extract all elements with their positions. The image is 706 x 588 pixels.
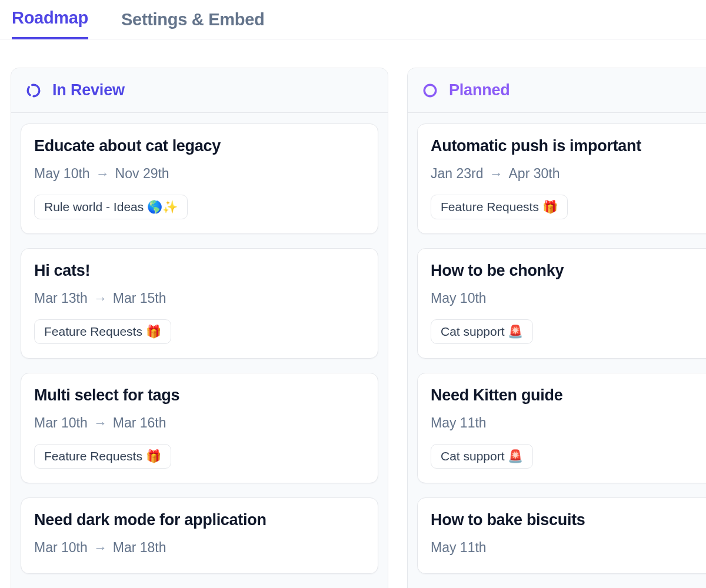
tag-label: Feature Requests 🎁: [441, 200, 558, 214]
card-end-date: Mar 15th: [113, 290, 166, 306]
card-end-date: Nov 29th: [115, 166, 169, 182]
column-header: Planned: [408, 68, 706, 113]
card-dates: May 11th: [431, 540, 706, 556]
tag-label: Feature Requests 🎁: [44, 449, 161, 463]
cards-list: Educate about cat legacy May 10th → Nov …: [11, 113, 388, 588]
arrow-icon: →: [94, 290, 107, 306]
svg-point-1: [424, 85, 436, 96]
card-dates: May 10th → Nov 29th: [34, 166, 365, 182]
card-dates: Mar 13th → Mar 15th: [34, 290, 365, 306]
arrow-icon: →: [94, 540, 107, 556]
card-dates: May 11th: [431, 415, 706, 431]
card-start-date: Mar 10th: [34, 415, 88, 431]
roadmap-board: In Review Educate about cat legacy May 1…: [0, 39, 706, 588]
roadmap-card[interactable]: How to bake biscuits May 11th: [417, 497, 706, 574]
tab-settings-embed[interactable]: Settings & Embed: [121, 10, 264, 39]
roadmap-card[interactable]: Need Kitten guide May 11th Cat support 🚨: [417, 373, 706, 483]
svg-point-0: [28, 85, 39, 96]
arrow-icon: →: [96, 166, 109, 182]
arrow-icon: →: [489, 166, 503, 182]
column-planned: Planned Automatic push is important Jan …: [407, 68, 706, 588]
tag-chip[interactable]: Feature Requests 🎁: [34, 319, 171, 344]
column-header: In Review: [11, 68, 388, 113]
status-in-review-icon: [25, 82, 42, 99]
cards-list: Automatic push is important Jan 23rd → A…: [408, 113, 706, 588]
roadmap-card[interactable]: Multi select for tags Mar 10th → Mar 16t…: [21, 373, 378, 483]
card-start-date: Jan 23rd: [431, 166, 484, 182]
card-end-date: Mar 18th: [113, 540, 166, 556]
card-start-date: May 10th: [431, 290, 487, 306]
roadmap-card[interactable]: Educate about cat legacy May 10th → Nov …: [21, 123, 378, 234]
card-start-date: Mar 10th: [34, 540, 88, 556]
roadmap-card[interactable]: Need dark mode for application Mar 10th …: [21, 497, 378, 574]
tag-label: Cat support 🚨: [441, 449, 523, 463]
card-title: Educate about cat legacy: [34, 137, 365, 155]
card-start-date: May 11th: [431, 540, 487, 556]
card-start-date: May 11th: [431, 415, 487, 431]
card-start-date: May 10th: [34, 166, 90, 182]
tag-chip[interactable]: Cat support 🚨: [431, 319, 533, 344]
roadmap-card[interactable]: Automatic push is important Jan 23rd → A…: [417, 123, 706, 234]
tag-chip[interactable]: Cat support 🚨: [431, 444, 533, 469]
card-start-date: Mar 13th: [34, 290, 88, 306]
card-title: How to bake biscuits: [431, 511, 706, 529]
column-title: In Review: [52, 81, 125, 99]
card-title: Need Kitten guide: [431, 386, 706, 405]
tag-chip[interactable]: Feature Requests 🎁: [431, 195, 568, 219]
card-end-date: Apr 30th: [509, 166, 560, 182]
card-dates: May 10th: [431, 290, 706, 306]
tag-label: Rule world - Ideas 🌎✨: [44, 200, 178, 214]
column-in-review: In Review Educate about cat legacy May 1…: [11, 68, 388, 588]
card-dates: Jan 23rd → Apr 30th: [431, 166, 706, 182]
arrow-icon: →: [94, 415, 107, 431]
card-title: Hi cats!: [34, 262, 365, 280]
column-title: Planned: [449, 81, 510, 99]
tabs-bar: Roadmap Settings & Embed: [0, 0, 706, 39]
tag-label: Feature Requests 🎁: [44, 325, 161, 339]
status-planned-icon: [422, 82, 438, 99]
tag-label: Cat support 🚨: [441, 325, 523, 339]
tag-chip[interactable]: Rule world - Ideas 🌎✨: [34, 195, 188, 219]
roadmap-card[interactable]: How to be chonky May 10th Cat support 🚨: [417, 248, 706, 359]
card-end-date: Mar 16th: [113, 415, 166, 431]
tag-chip[interactable]: Feature Requests 🎁: [34, 444, 171, 469]
card-dates: Mar 10th → Mar 18th: [34, 540, 365, 556]
card-dates: Mar 10th → Mar 16th: [34, 415, 365, 431]
roadmap-card[interactable]: Hi cats! Mar 13th → Mar 15th Feature Req…: [21, 248, 378, 359]
tab-roadmap[interactable]: Roadmap: [12, 8, 88, 39]
card-title: Need dark mode for application: [34, 511, 365, 529]
card-title: How to be chonky: [431, 262, 706, 280]
card-title: Multi select for tags: [34, 386, 365, 405]
card-title: Automatic push is important: [431, 137, 706, 155]
